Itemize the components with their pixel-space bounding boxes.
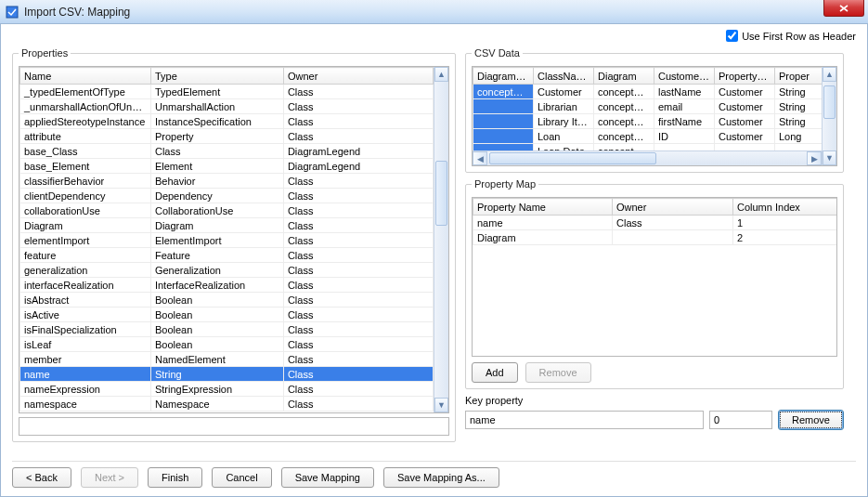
scroll-thumb[interactable] [435, 161, 447, 226]
table-cell: Customer [715, 99, 775, 114]
table-cell: elementImport [20, 233, 151, 248]
csv-col-header[interactable]: PropertyO... [715, 68, 775, 85]
table-cell: Librarian [534, 99, 594, 114]
table-row[interactable]: classifierBehaviorBehaviorClass [20, 174, 434, 189]
table-row[interactable]: clientDependencyDependencyClass [20, 189, 434, 203]
finish-button[interactable]: Finish [148, 467, 202, 488]
window-close-button[interactable] [823, 0, 864, 17]
csv-col-header[interactable]: DiagramNa... [473, 68, 534, 85]
use-first-row-header-label: Use First Row as Header [742, 31, 856, 42]
propmap-col-index[interactable]: Column Index [733, 199, 837, 216]
table-cell: Class [283, 189, 433, 203]
table-row[interactable]: LibrarianconceptUrlP...emailCustomerStri… [473, 99, 823, 114]
table-cell: generalization [20, 263, 151, 278]
scroll-right-icon[interactable]: ▶ [807, 151, 822, 165]
table-row[interactable]: Diagram2 [473, 230, 837, 245]
save-mapping-button[interactable]: Save Mapping [281, 467, 374, 488]
properties-filter-input[interactable] [19, 417, 449, 436]
csv-col-header[interactable]: CustomerP... [654, 68, 715, 85]
table-cell: conceptUrlP... [594, 129, 654, 144]
cancel-button[interactable]: Cancel [212, 467, 271, 488]
table-row[interactable]: isFinalSpecializationBooleanClass [20, 322, 434, 337]
scroll-up-icon[interactable]: ▲ [434, 67, 448, 82]
properties-col-name[interactable]: Name [20, 68, 151, 85]
table-row[interactable]: base_ElementElementDiagramLegend [20, 159, 434, 174]
scroll-down-icon[interactable]: ▼ [434, 398, 448, 412]
save-mapping-as-button[interactable]: Save Mapping As... [383, 467, 499, 488]
table-row[interactable]: featureFeatureClass [20, 248, 434, 263]
table-row[interactable]: appliedStereotypeInstanceInstanceSpecifi… [20, 114, 434, 129]
table-cell: Diagram [473, 230, 613, 245]
table-cell: Class [283, 263, 433, 278]
use-first-row-header-input[interactable] [726, 30, 738, 42]
table-row[interactable]: nameExpressionStringExpressionClass [20, 382, 434, 397]
table-row[interactable]: _unmarshallActionOfUnma...UnmarshallActi… [20, 99, 434, 114]
table-cell [473, 129, 534, 144]
csv-col-header[interactable]: Diagram [594, 68, 654, 85]
table-cell: Class [283, 382, 433, 397]
table-row[interactable]: base_ClassClassDiagramLegend [20, 144, 434, 159]
table-row[interactable]: Library ItemconceptUrlP...firstNameCusto… [473, 114, 823, 129]
table-cell: Loan Date [534, 144, 594, 151]
propmap-col-name[interactable]: Property Name [473, 199, 613, 216]
property-map-legend: Property Map [472, 178, 538, 190]
table-row[interactable]: LoanconceptUrlP...IDCustomerLong [473, 129, 823, 144]
properties-table[interactable]: Name Type Owner _typedElementOfTypeTyped… [19, 67, 434, 412]
table-row[interactable]: Loan DateconceptUrlP... [473, 144, 823, 151]
key-property-input[interactable] [465, 411, 704, 429]
property-map-table[interactable]: Property Name Owner Column Index nameCla… [473, 198, 836, 245]
table-cell: isLeaf [20, 337, 151, 352]
table-cell: InstanceSpecification [150, 114, 283, 129]
table-row[interactable]: attributePropertyClass [20, 129, 434, 144]
properties-scrollbar-vertical[interactable]: ▲ ▼ [434, 67, 448, 412]
scroll-left-icon[interactable]: ◀ [473, 151, 487, 165]
propmap-col-owner[interactable]: Owner [613, 199, 733, 216]
table-cell [473, 114, 534, 129]
scroll-thumb[interactable] [823, 85, 836, 119]
properties-col-type[interactable]: Type [150, 68, 283, 85]
table-row[interactable]: isActiveBooleanClass [20, 307, 434, 322]
table-row[interactable]: memberNamedElementClass [20, 352, 434, 367]
remove-key-button[interactable]: Remove [778, 410, 844, 430]
app-icon [6, 6, 19, 19]
scroll-thumb[interactable] [489, 152, 656, 164]
table-row[interactable]: nameClass1 [473, 216, 837, 230]
scroll-up-icon[interactable]: ▲ [823, 67, 836, 82]
table-row[interactable]: namespaceNamespaceClass [20, 397, 434, 412]
add-button[interactable]: Add [472, 362, 518, 383]
table-cell: Long [775, 129, 823, 144]
table-row[interactable]: nameStringClass [20, 367, 434, 382]
back-button[interactable]: < Back [12, 467, 71, 488]
properties-col-owner[interactable]: Owner [283, 68, 433, 85]
table-cell: Class [283, 337, 433, 352]
use-first-row-header-checkbox[interactable]: Use First Row as Header [726, 30, 856, 42]
next-button[interactable]: Next > [81, 467, 138, 488]
table-cell: String [150, 367, 283, 382]
csv-data-group: CSV Data DiagramNa...ClassNameDiagramCus… [465, 47, 844, 173]
table-row[interactable]: elementImportElementImportClass [20, 233, 434, 248]
csv-scrollbar-vertical[interactable]: ▲ ▼ [822, 67, 836, 165]
csv-col-header[interactable]: ClassName [534, 68, 594, 85]
key-property-index-input[interactable] [709, 411, 772, 429]
csv-col-header[interactable]: Proper [775, 68, 823, 85]
remove-mapping-button[interactable]: Remove [525, 362, 591, 383]
table-row[interactable]: collaborationUseCollaborationUseClass [20, 203, 434, 218]
table-row[interactable]: conceptUrlP...CustomerconceptUrlP...last… [473, 85, 823, 99]
table-cell: Boolean [150, 322, 283, 337]
csv-data-legend: CSV Data [472, 47, 523, 59]
table-row[interactable]: DiagramDiagramClass [20, 218, 434, 233]
csv-scrollbar-horizontal[interactable]: ◀ ▶ [473, 150, 822, 165]
table-row[interactable]: generalizationGeneralizationClass [20, 263, 434, 278]
table-cell: base_Element [20, 159, 151, 174]
scroll-down-icon[interactable]: ▼ [823, 150, 836, 165]
wizard-button-bar: < Back Next > Finish Cancel Save Mapping… [12, 461, 856, 489]
table-row[interactable]: interfaceRealizationInterfaceRealization… [20, 278, 434, 293]
csv-table[interactable]: DiagramNa...ClassNameDiagramCustomerP...… [473, 67, 822, 150]
table-cell [715, 144, 775, 151]
table-row[interactable]: isAbstractBooleanClass [20, 293, 434, 307]
table-row[interactable]: _typedElementOfTypeTypedElementClass [20, 85, 434, 99]
table-cell: Class [150, 144, 283, 159]
table-cell: nameExpression [20, 382, 151, 397]
table-row[interactable]: isLeafBooleanClass [20, 337, 434, 352]
table-cell: Behavior [150, 174, 283, 189]
